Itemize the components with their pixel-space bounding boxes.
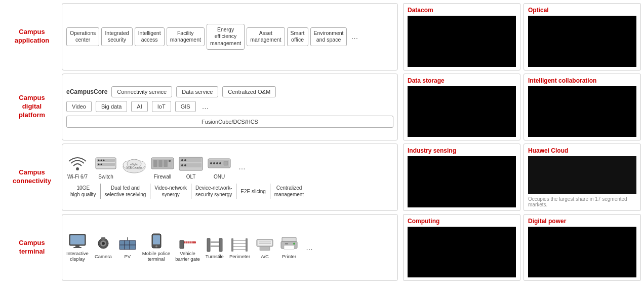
svg-point-33 — [219, 162, 221, 164]
iot-item: IoT — [152, 101, 171, 112]
display-icon — [68, 233, 87, 249]
feature-devicesec: Device-network-security synergy — [191, 183, 236, 200]
ecampus-label: eCampusCore — [66, 88, 107, 95]
turnstile-terminal: Turnstile — [205, 236, 224, 259]
campus-terminal-content: Interactivedisplay Camera — [62, 214, 398, 281]
wifi-label: Wi-Fi 6/7 — [67, 174, 88, 180]
intelligent-collab-title: Intelligent collaboration — [528, 77, 636, 84]
huawei-cloud-content — [528, 156, 636, 194]
computing-card: Computing — [403, 214, 520, 281]
video-item: Video — [66, 101, 92, 112]
svg-rect-20 — [169, 160, 171, 162]
digital-power-title: Digital power — [528, 218, 636, 225]
switch-label: Switch — [98, 174, 113, 180]
huawei-cloud-text: Occupies the largest share in 17 segment… — [528, 196, 636, 207]
right-panel: Datacom Optical Data storage Intelligent… — [400, 0, 644, 284]
svg-rect-38 — [73, 247, 82, 248]
campus-digital-content: eCampusCore Connectivity service Data se… — [62, 74, 398, 141]
app-item: Intelligentaccess — [135, 27, 165, 46]
more-indicator: … — [349, 30, 360, 43]
svg-point-31 — [213, 162, 215, 164]
fusion-label: FusionCube/DCS/HCS — [66, 116, 393, 128]
svg-rect-72 — [282, 237, 296, 241]
optical-content — [528, 16, 636, 67]
firewall-icon — [151, 154, 174, 172]
app-item: Energyefficiencymanagement — [207, 24, 245, 50]
perimeter-label: Perimeter — [229, 254, 250, 259]
datastorage-content — [408, 86, 516, 137]
svg-rect-61 — [231, 238, 233, 252]
computing-title: Computing — [408, 218, 516, 225]
terminals-row: Interactivedisplay Camera — [66, 233, 393, 262]
datacom-title: Datacom — [408, 7, 516, 14]
display-label: Interactivedisplay — [66, 251, 89, 262]
svg-point-76 — [293, 242, 295, 244]
switch-icon — [95, 154, 117, 172]
wifi-icon — [66, 154, 89, 172]
optical-card: Optical — [524, 3, 641, 70]
svg-point-32 — [216, 162, 218, 164]
svg-rect-51 — [180, 240, 184, 248]
svg-point-30 — [210, 162, 212, 164]
barrier-label: Vehiclebarrier gate — [175, 251, 200, 262]
svg-point-6 — [103, 160, 105, 161]
devices-row: Wi-Fi 6/7 — [66, 154, 393, 180]
app-item: Environmentand space — [310, 27, 347, 46]
svg-point-4 — [98, 160, 100, 161]
wifi-device: Wi-Fi 6/7 — [66, 154, 89, 180]
printer-label: Printer — [282, 254, 296, 259]
connectivity-service: Connectivity service — [111, 86, 172, 97]
svg-rect-75 — [285, 243, 288, 244]
printer-icon — [279, 236, 299, 252]
svg-rect-58 — [219, 238, 222, 252]
campus-terminal-label: Campusterminal — [2, 214, 62, 281]
huawei-cloud-card: Huawei Cloud Occupies the largest share … — [524, 144, 641, 211]
camera-terminal: Camera — [94, 236, 113, 259]
turnstile-label: Turnstile — [206, 254, 224, 259]
app-item: Facilitymanagement — [167, 27, 205, 46]
onu-icon — [208, 154, 230, 172]
svg-point-50 — [155, 245, 157, 247]
pv-icon — [118, 236, 137, 252]
svg-point-0 — [76, 167, 79, 170]
svg-rect-22 — [180, 158, 202, 162]
ai-item: AI — [131, 101, 147, 112]
camera-label: Camera — [95, 254, 112, 259]
more-indicator: … — [236, 161, 248, 173]
intelligent-collab-content — [528, 86, 636, 137]
more-indicator: … — [304, 241, 315, 254]
campus-terminal-row: Campusterminal Interactivedisplay — [2, 214, 398, 281]
turnstile-icon — [205, 236, 224, 252]
onu-device: ONU — [208, 154, 230, 180]
feature-dualfed: Dual fed andselective receiving — [101, 183, 150, 200]
computing-content — [408, 227, 516, 278]
svg-rect-59 — [210, 241, 219, 243]
digital-power-card: Digital power — [524, 214, 641, 281]
esight-device: eSight/ NCE-Campus — [123, 157, 145, 177]
camera-icon — [94, 236, 113, 252]
perimeter-terminal: Perimeter — [229, 236, 250, 259]
svg-rect-62 — [246, 238, 248, 252]
campus-digital-row: Campusdigitalplatform eCampusCore Connec… — [2, 74, 398, 141]
firewall-label: Firewall — [154, 174, 171, 180]
olt-device: OLT — [180, 154, 202, 180]
gis-item: GIS — [175, 101, 196, 112]
industry-sensing-title: Industry sensing — [408, 147, 516, 154]
svg-point-27 — [184, 164, 186, 166]
svg-rect-71 — [260, 246, 270, 251]
datacom-card: Datacom — [403, 3, 520, 70]
display-terminal: Interactivedisplay — [66, 233, 89, 262]
more-indicator: … — [200, 100, 211, 113]
campus-application-content: Operationscenter Integratedsecurity Inte… — [62, 3, 398, 70]
industry-sensing-card: Industry sensing — [403, 144, 520, 211]
campus-connectivity-content: Wi-Fi 6/7 — [62, 144, 398, 211]
svg-point-25 — [184, 159, 186, 161]
platform-row2: Video Big data AI IoT GIS … — [66, 100, 393, 113]
feature-10ge: 10GEhigh quality — [66, 183, 100, 200]
feature-videonet: Video-networksynergy — [150, 183, 191, 200]
platform-row3: FusionCube/DCS/HCS — [66, 116, 393, 128]
svg-point-24 — [181, 159, 183, 161]
svg-rect-57 — [207, 238, 210, 252]
left-panel: Campusapplication Operationscenter Integ… — [0, 0, 400, 284]
mobile-icon — [147, 233, 166, 249]
